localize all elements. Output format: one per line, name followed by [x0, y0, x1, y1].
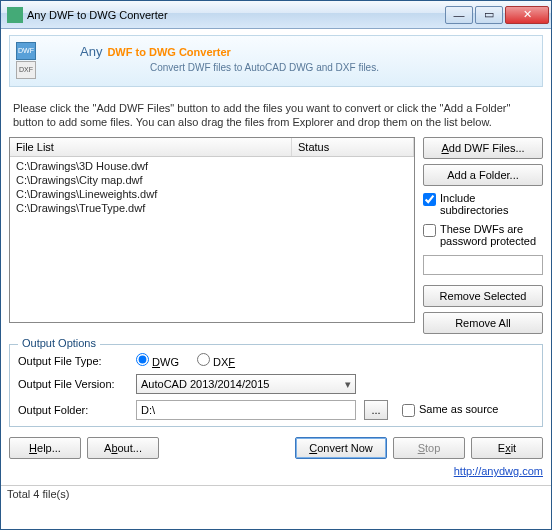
banner-subtitle: Convert DWF files to AutoCAD DWG and DXF…: [150, 62, 532, 73]
file-list-header: File List Status: [10, 138, 414, 157]
website-link[interactable]: http://anydwg.com: [454, 465, 543, 477]
file-version-label: Output File Version:: [18, 378, 128, 390]
include-subdirectories-checkbox[interactable]: Include subdirectories: [423, 191, 543, 217]
password-protected-input[interactable]: [423, 224, 436, 237]
close-button[interactable]: ✕: [505, 6, 549, 24]
list-item[interactable]: C:\Drawings\3D House.dwf: [10, 159, 414, 173]
output-folder-label: Output Folder:: [18, 404, 128, 416]
status-bar: Total 4 file(s): [1, 485, 551, 502]
output-folder-input[interactable]: D:\: [136, 400, 356, 420]
list-item[interactable]: C:\Drawings\TrueType.dwf: [10, 201, 414, 215]
convert-now-button[interactable]: Convert Now: [295, 437, 387, 459]
list-item[interactable]: C:\Drawings\City map.dwf: [10, 173, 414, 187]
file-type-label: Output File Type:: [18, 355, 128, 367]
titlebar: Any DWF to DWG Converter — ▭ ✕: [1, 1, 551, 29]
minimize-button[interactable]: —: [445, 6, 473, 24]
browse-button[interactable]: ...: [364, 400, 388, 420]
dxf-radio[interactable]: DXF: [197, 353, 235, 368]
password-input[interactable]: [423, 255, 543, 275]
file-list[interactable]: File List Status C:\Drawings\3D House.dw…: [9, 137, 415, 323]
app-window: Any DWF to DWG Converter — ▭ ✕ DWF DXF A…: [0, 0, 552, 530]
dwg-radio[interactable]: DWG: [136, 353, 179, 368]
password-protected-checkbox[interactable]: These DWFs are password protected: [423, 222, 543, 248]
banner-title: Any DWF to DWG Converter: [80, 40, 532, 61]
website-link-row: http://anydwg.com: [9, 465, 543, 477]
remove-selected-button[interactable]: Remove Selected: [423, 285, 543, 307]
col-file[interactable]: File List: [10, 138, 292, 156]
add-dwf-files-button[interactable]: Add DWF Files...: [423, 137, 543, 159]
add-folder-button[interactable]: Add a Folder...: [423, 164, 543, 186]
stop-button[interactable]: Stop: [393, 437, 465, 459]
dxf-icon: DXF: [16, 61, 36, 79]
output-options-legend: Output Options: [18, 337, 100, 349]
col-status[interactable]: Status: [292, 138, 414, 156]
file-version-select[interactable]: AutoCAD 2013/2014/2015: [136, 374, 356, 394]
about-button[interactable]: About...: [87, 437, 159, 459]
include-subdirectories-input[interactable]: [423, 193, 436, 206]
remove-all-button[interactable]: Remove All: [423, 312, 543, 334]
exit-button[interactable]: Exit: [471, 437, 543, 459]
instructions-text: Please click the "Add DWF Files" button …: [13, 101, 539, 129]
app-icon: [7, 7, 23, 23]
list-item[interactable]: C:\Drawings\Lineweights.dwf: [10, 187, 414, 201]
banner: DWF DXF Any DWF to DWG Converter Convert…: [9, 35, 543, 87]
same-as-source-checkbox[interactable]: Same as source: [402, 402, 498, 418]
window-title: Any DWF to DWG Converter: [27, 9, 445, 21]
dwf-icon: DWF: [16, 42, 36, 60]
maximize-button[interactable]: ▭: [475, 6, 503, 24]
help-button[interactable]: Help...: [9, 437, 81, 459]
output-options-group: Output Options Output File Type: DWG DXF…: [9, 344, 543, 427]
